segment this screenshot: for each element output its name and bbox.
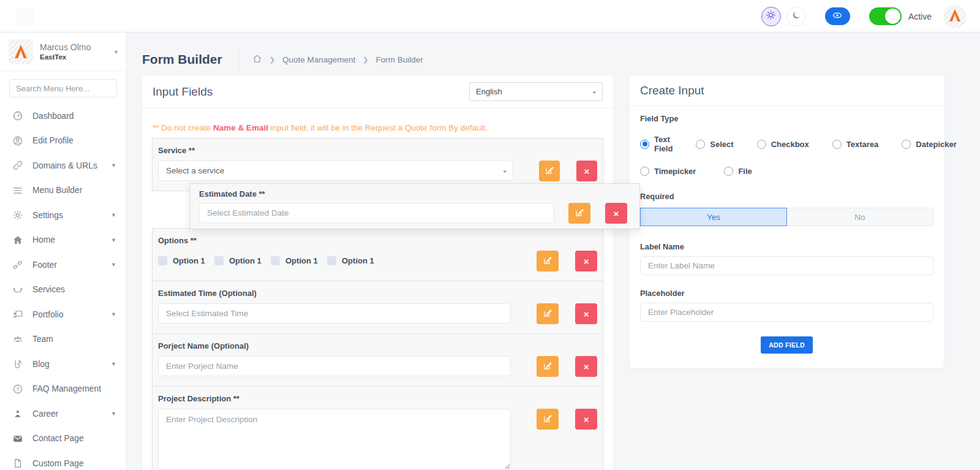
service-select[interactable]: Select a service	[158, 161, 513, 181]
field-type-radio-checkbox[interactable]: Checkbox	[757, 135, 809, 153]
navbar-logo-placeholder	[16, 9, 34, 25]
sidebar-search-input[interactable]	[9, 79, 117, 97]
field-card[interactable]: Estimated Time (Optional) ×	[152, 281, 603, 334]
sidebar-item-faq-management[interactable]: ? FAQ Management	[0, 377, 126, 402]
sidebar: Marcus Olmo EastTex ▾ Dashboard Edit Pro…	[0, 32, 127, 470]
dashboard-icon	[12, 110, 23, 121]
sidebar-item-menu-builder[interactable]: Menu Builder	[0, 178, 126, 203]
user-menu[interactable]: Marcus Olmo EastTex ▾	[0, 32, 126, 71]
chevron-down-icon: ▼	[111, 162, 116, 169]
brand-logo[interactable]	[943, 5, 967, 28]
sidebar-item-career[interactable]: Career ▼	[0, 401, 126, 426]
label-name-input[interactable]	[640, 256, 933, 275]
edit-field-button[interactable]	[537, 356, 559, 377]
option-checkbox[interactable]: Option 1	[158, 256, 214, 265]
field-type-radio-timepicker[interactable]: Timepicker	[640, 167, 696, 176]
add-field-button[interactable]: ADD FIELD	[761, 336, 813, 354]
sidebar-item-contact-page[interactable]: Contact Page	[0, 426, 126, 452]
sidebar-item-dashboard[interactable]: Dashboard	[0, 104, 126, 129]
breadcrumb-separator-icon: ❯	[363, 56, 368, 64]
sidebar-item-portfolio[interactable]: Portfolio ▼	[0, 302, 126, 327]
active-toggle[interactable]	[869, 7, 902, 25]
option-checkbox[interactable]: Option 1	[271, 256, 327, 265]
delete-field-button[interactable]: ×	[575, 251, 597, 271]
delete-field-button[interactable]: ×	[575, 356, 597, 377]
sidebar-item-services[interactable]: Services	[0, 278, 126, 303]
user-name: Marcus Olmo	[40, 42, 115, 52]
label-name-label: Label Name	[640, 242, 933, 251]
page-title: Form Builder	[142, 52, 222, 67]
moon-icon	[791, 10, 801, 23]
edit-field-button[interactable]	[568, 203, 590, 224]
field-type-radio-text-field[interactable]: Text Field	[640, 135, 673, 153]
edit-icon	[575, 208, 584, 219]
sidebar-item-edit-profile[interactable]: Edit Profile	[0, 129, 126, 154]
field-card[interactable]: Porject Name (Optional) ×	[152, 333, 603, 387]
sidebar-item-custom-page[interactable]: Custom Page	[0, 451, 126, 470]
field-type-radio-file[interactable]: File	[724, 167, 752, 176]
preview-button[interactable]	[825, 7, 850, 25]
chevron-down-icon: ▾	[115, 48, 118, 55]
create-input-title: Create Input	[640, 84, 704, 97]
delete-field-button[interactable]: ×	[575, 409, 597, 430]
services-icon	[12, 284, 23, 295]
field-type-radio-textarea[interactable]: Textarea	[832, 135, 879, 153]
field-preview-textarea[interactable]	[158, 409, 511, 470]
field-card[interactable]: Options **Option 1Option 1Option 1Option…	[152, 228, 603, 281]
option-checkbox[interactable]: Option 1	[214, 256, 271, 265]
sidebar-item-settings[interactable]: Settings ▼	[0, 203, 126, 228]
footer-icon	[12, 259, 23, 270]
active-toggle-label: Active	[908, 12, 932, 21]
radio-icon	[902, 140, 911, 149]
delete-field-button[interactable]: ×	[576, 161, 597, 181]
breadcrumb-quote-management[interactable]: Quote Management	[282, 55, 355, 64]
dark-theme-button[interactable]	[786, 7, 806, 26]
language-select[interactable]: English	[469, 82, 603, 101]
main-content: Form Builder ❯ Quote Management ❯ Form B…	[127, 32, 980, 470]
edit-field-button[interactable]	[537, 409, 559, 430]
field-preview-input[interactable]	[158, 356, 511, 376]
sidebar-item-team[interactable]: Team	[0, 327, 126, 352]
field-preview-input[interactable]	[158, 303, 511, 324]
delete-field-button[interactable]: ×	[605, 203, 627, 224]
edit-field-button[interactable]	[539, 161, 560, 181]
edit-field-button[interactable]	[537, 251, 559, 271]
delete-field-button[interactable]: ×	[575, 303, 597, 324]
field-label: Porject Name (Optional)	[158, 341, 597, 351]
field-type-radio-datepicker[interactable]: Datepicker	[902, 135, 956, 153]
edit-icon	[543, 308, 552, 320]
input-fields-panel: Input Fields English ⌄ ** Do not create …	[142, 75, 613, 470]
sidebar-item-home[interactable]: Home ▼	[0, 228, 126, 253]
checkbox-icon	[271, 256, 280, 265]
light-theme-button[interactable]	[761, 7, 781, 26]
required-no-option[interactable]: No	[787, 208, 933, 226]
required-yes-option[interactable]: Yes	[640, 208, 787, 226]
profile-icon	[12, 135, 23, 146]
field-label: Estimated Time (Optional)	[158, 289, 597, 298]
field-card[interactable]: Project Description ** ×	[152, 386, 603, 470]
sidebar-item-footer[interactable]: Footer ▼	[0, 252, 126, 278]
close-icon: ×	[614, 209, 619, 218]
edit-field-button[interactable]	[537, 303, 559, 324]
sidebar-item-blog[interactable]: Blog ▼	[0, 352, 126, 377]
warning-note: ** Do not create Name & Email input fiel…	[153, 123, 603, 132]
gear-icon	[12, 210, 23, 221]
chevron-down-icon: ▼	[111, 361, 116, 367]
dragged-field-card[interactable]: Estimated Date ** ×	[190, 183, 640, 229]
field-label: Service **	[158, 146, 597, 155]
edit-icon	[543, 414, 552, 425]
radio-icon	[696, 140, 705, 149]
edit-icon	[543, 256, 552, 267]
page-icon	[12, 458, 23, 469]
field-type-radio-select[interactable]: Select	[696, 135, 733, 153]
brand-a-icon	[948, 8, 962, 25]
sun-icon	[766, 10, 776, 23]
top-navbar: Active	[0, 0, 980, 32]
home-icon[interactable]	[252, 54, 262, 66]
placeholder-input[interactable]	[640, 303, 933, 322]
sidebar-item-domains-urls[interactable]: Domains & URLs ▼	[0, 153, 126, 178]
option-checkbox[interactable]: Option 1	[327, 256, 383, 265]
field-preview-input[interactable]	[199, 203, 554, 223]
close-icon: ×	[584, 167, 590, 176]
team-icon	[12, 334, 23, 345]
